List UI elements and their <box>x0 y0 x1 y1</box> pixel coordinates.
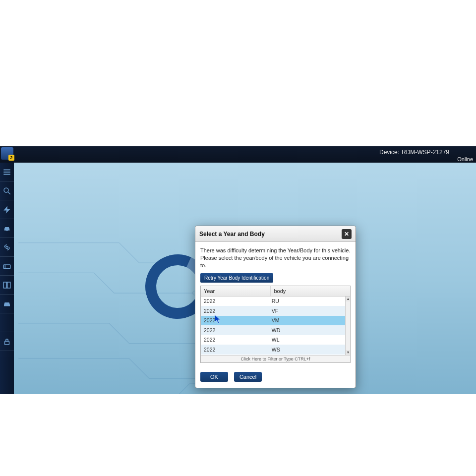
retry-button[interactable]: Retry Year Body Identification <box>200 273 273 283</box>
close-icon[interactable]: ✕ <box>342 229 352 239</box>
meter-icon <box>2 262 11 271</box>
dialog-titlebar: Select a Year and Body ✕ <box>195 226 356 242</box>
cell-body: WD <box>269 327 345 333</box>
svg-rect-13 <box>5 341 9 345</box>
filter-hint[interactable]: Click Here to Filter or Type CTRL+f <box>201 355 350 362</box>
sidebar-meter[interactable] <box>0 257 14 276</box>
signal-icon <box>2 243 11 252</box>
lock-icon <box>2 337 11 346</box>
sidebar-blank[interactable] <box>0 313 14 332</box>
svg-rect-12 <box>7 282 10 288</box>
col-year[interactable]: Year <box>201 286 271 296</box>
table-row[interactable]: 2022VM <box>201 316 345 326</box>
svg-point-7 <box>8 230 9 231</box>
cell-year: 2022 <box>201 317 269 323</box>
table-row[interactable]: 2022WS <box>201 345 345 355</box>
cell-year: 2022 <box>201 347 269 353</box>
sidebar <box>0 163 14 394</box>
sidebar-layout[interactable] <box>0 276 14 295</box>
cell-year: 2022 <box>201 298 269 304</box>
year-body-table: Year body 2022RU2022VF2022VM2022WD2022WL… <box>200 286 351 363</box>
app-icon[interactable] <box>1 147 13 160</box>
year-body-dialog: Select a Year and Body ✕ There was diffi… <box>195 226 356 388</box>
cell-body: RU <box>269 298 345 304</box>
table-header: Year body <box>201 286 350 297</box>
scrollbar[interactable]: ▴ ▾ <box>345 297 350 355</box>
cell-body: VF <box>269 308 345 314</box>
scroll-down-icon[interactable]: ▾ <box>346 350 350 355</box>
svg-rect-9 <box>3 265 10 269</box>
dialog-body: There was difficulty determining the Yea… <box>195 242 356 368</box>
sidebar-vehicle-alt[interactable] <box>0 295 14 313</box>
cell-body: WL <box>269 337 345 343</box>
device-value: RDM-WSP-21279 <box>402 149 449 156</box>
status-online: Online <box>457 156 473 162</box>
table-row[interactable]: 2022VF <box>201 306 345 316</box>
sidebar-signal[interactable] <box>0 238 14 257</box>
sidebar-search[interactable] <box>0 181 14 200</box>
table-row[interactable]: 2022RU <box>201 297 345 306</box>
cell-year: 2022 <box>201 337 269 343</box>
svg-point-6 <box>4 230 5 231</box>
flash-icon <box>2 205 11 214</box>
title-bar: Device: RDM-WSP-21279 Online <box>0 146 476 163</box>
sidebar-lock[interactable] <box>0 332 14 351</box>
device-label: Device: <box>379 149 399 156</box>
sidebar-car[interactable] <box>0 219 14 238</box>
dialog-actions: OK Cancel <box>195 368 356 388</box>
vehicle-alt-icon <box>2 299 11 308</box>
cell-year: 2022 <box>201 327 269 333</box>
svg-point-3 <box>4 188 8 192</box>
ok-button[interactable]: OK <box>200 372 228 382</box>
cell-body: WS <box>269 347 345 353</box>
app-window: Device: RDM-WSP-21279 Online <box>0 146 476 394</box>
col-body[interactable]: body <box>271 286 350 296</box>
svg-marker-5 <box>3 206 10 213</box>
svg-rect-11 <box>3 282 6 288</box>
dialog-title: Select a Year and Body <box>199 231 342 238</box>
dialog-message: There was difficulty determining the Yea… <box>200 247 351 269</box>
svg-line-4 <box>8 192 10 194</box>
search-car-icon <box>2 186 11 195</box>
table-row[interactable]: 2022WL <box>201 335 345 345</box>
svg-point-8 <box>6 246 8 248</box>
cancel-button[interactable]: Cancel <box>234 372 262 382</box>
cell-body: VM <box>269 317 345 323</box>
table-body: 2022RU2022VF2022VM2022WD2022WL2022WS ▴ ▾ <box>201 297 350 355</box>
cell-year: 2022 <box>201 308 269 314</box>
sidebar-menu[interactable] <box>0 163 14 181</box>
menu-icon <box>2 168 11 177</box>
scroll-up-icon[interactable]: ▴ <box>346 297 350 301</box>
sidebar-flash[interactable] <box>0 200 14 219</box>
layout-icon <box>2 281 11 290</box>
table-row[interactable]: 2022WD <box>201 325 345 335</box>
content-area: Select a Year and Body ✕ There was diffi… <box>14 163 476 394</box>
car-icon <box>2 224 11 233</box>
